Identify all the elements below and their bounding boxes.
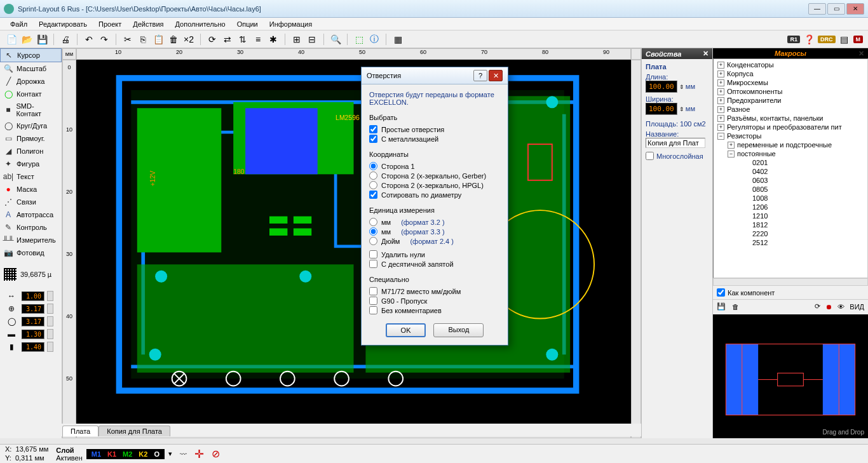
tool-автотрасса[interactable]: AАвтотрасса [0, 208, 62, 221]
info-icon[interactable]: ⓘ [368, 33, 381, 46]
tree-node[interactable]: 0805 [715, 185, 866, 194]
tree-node[interactable]: +Конденсаторы [715, 60, 866, 69]
ok-button[interactable]: OK [386, 323, 426, 337]
macro-preview[interactable]: Drag and Drop [713, 314, 868, 438]
multilayer-checkbox[interactable]: Многослойная [646, 152, 709, 160]
cb-simple-holes[interactable]: Простые отверстия [369, 125, 500, 133]
align-icon[interactable]: ≡ [252, 33, 264, 46]
layer-badge[interactable]: K2 [137, 450, 149, 458]
param-row[interactable]: ◯3.17 [0, 315, 62, 328]
menu-info[interactable]: Информация [264, 19, 317, 29]
print-icon[interactable]: 🖨 [59, 33, 72, 46]
layer-badge[interactable]: O [153, 450, 161, 458]
copy-icon[interactable]: ⎘ [137, 33, 149, 46]
tree-node[interactable]: −Резисторы [715, 131, 866, 140]
tool-текст[interactable]: ab|Текст [0, 170, 62, 183]
layer-badge[interactable]: M1 [90, 450, 102, 458]
tool-дорожка[interactable]: ╱Дорожка [0, 75, 62, 88]
grid-setting[interactable]: 39,6875 µ [0, 265, 62, 283]
scrollbar-vertical[interactable] [631, 60, 641, 428]
radio-side1[interactable]: Сторона 1 [369, 162, 500, 170]
tree-node[interactable]: +Микросхемы [715, 78, 866, 87]
tab-board[interactable]: Плата [62, 426, 98, 436]
tool-курсор[interactable]: ↖Курсор [0, 48, 62, 62]
tool-фотовид[interactable]: 📷Фотовид [0, 246, 62, 259]
macro-delete-icon[interactable]: 🗑 [732, 303, 739, 311]
menu-options[interactable]: Опции [232, 19, 263, 29]
layer-selector[interactable]: M1K1M2K2O [86, 449, 165, 459]
tool-контакт[interactable]: ◯Контакт [0, 88, 62, 100]
tool-контроль[interactable]: ✎Контроль [0, 221, 62, 234]
tree-node[interactable]: 0603 [715, 176, 866, 185]
expand-icon[interactable]: + [717, 88, 724, 95]
cb-m71-72[interactable]: M71/72 вместо мм/дюйм [369, 287, 500, 295]
macro-view-icon[interactable]: 👁 [837, 303, 844, 311]
expand-icon[interactable]: + [717, 124, 724, 131]
expand-icon[interactable]: + [717, 79, 724, 86]
tool-масштаб[interactable]: 🔍Масштаб [0, 62, 62, 75]
group-icon[interactable]: ⊞ [290, 33, 303, 46]
tree-node[interactable]: 1206 [715, 203, 866, 211]
spin-buttons[interactable] [47, 316, 53, 326]
tree-node[interactable]: +Регуляторы и преобразователи пит [715, 123, 866, 131]
m-badge[interactable]: M [853, 36, 864, 43]
open-icon[interactable]: 📂 [20, 33, 33, 46]
tool-фигура[interactable]: ✦Фигура [0, 158, 62, 170]
board-name-input[interactable]: Копия для Плат [646, 138, 705, 148]
cb-sort-diameter[interactable]: Сотировать по диаметру [369, 191, 500, 199]
tree-node[interactable]: 1210 [715, 211, 866, 220]
tool-прямоуг.[interactable]: ▭Прямоуг. [0, 132, 62, 145]
expand-icon[interactable]: − [717, 133, 724, 140]
transparent-icon[interactable]: ⬚ [353, 33, 365, 46]
tree-node[interactable]: 0201 [715, 158, 866, 167]
status-cross-icon[interactable]: ⊘ [212, 448, 220, 460]
exit-button[interactable]: Выход [433, 323, 484, 337]
board-height[interactable]: 100.00 [646, 103, 677, 115]
mirror-v-icon[interactable]: ⇅ [236, 33, 249, 46]
macros-tree[interactable]: +Конденсаторы+Корпуса+Микросхемы+Оптоком… [713, 58, 868, 278]
layer-dropdown-icon[interactable]: ▾ [168, 450, 172, 458]
radio-inch-24[interactable]: Дюйм(формат 2.4 ) [369, 237, 500, 245]
pcb-canvas[interactable]: +12V 180 LM2596 [76, 60, 631, 428]
tree-node[interactable]: 2512 [715, 238, 866, 247]
save-icon[interactable]: 💾 [36, 33, 48, 46]
minimize-button[interactable]: — [808, 3, 826, 15]
menu-actions[interactable]: Действия [128, 19, 168, 29]
radio-side2-gerber[interactable]: Сторона 2 (x-зеркально, Gerber) [369, 171, 500, 180]
status-target-icon[interactable]: ✛ [194, 447, 204, 461]
delete-icon[interactable]: 🗑 [167, 33, 180, 46]
tool-полигон[interactable]: ◢Полигон [0, 145, 62, 158]
tree-node[interactable]: +Предохранители [715, 96, 866, 105]
duplicate-icon[interactable]: ×2 [182, 33, 195, 46]
menu-edit[interactable]: Редактировать [34, 19, 92, 29]
zoom-icon[interactable]: 🔍 [329, 33, 342, 46]
param-row[interactable]: ⊕3.17 [0, 302, 62, 315]
radio-mm-32[interactable]: мм(формат 3.2 ) [369, 218, 500, 226]
spin-buttons[interactable] [47, 291, 53, 301]
rotate-icon[interactable]: ⟳ [206, 33, 219, 46]
macro-save-icon[interactable]: 💾 [717, 302, 726, 311]
drc-badge[interactable]: DRC [818, 36, 836, 43]
pattern-icon[interactable]: ▦ [391, 33, 404, 46]
redo-icon[interactable]: ↷ [98, 33, 111, 46]
as-component-checkbox[interactable]: Как компонент [713, 286, 868, 299]
macro-record-icon[interactable]: ⏺ [825, 303, 832, 311]
macro-refresh-icon[interactable]: ⟳ [815, 302, 820, 311]
close-button[interactable]: ✕ [846, 3, 864, 15]
tab-copy[interactable]: Копия для Плата [98, 426, 170, 436]
cb-decimal-comma[interactable]: С десятичной запятой [369, 260, 500, 268]
dialog-help-button[interactable]: ? [473, 70, 487, 81]
menu-file[interactable]: Файл [5, 19, 32, 29]
r1-badge[interactable]: R1 [787, 36, 800, 43]
expand-icon[interactable]: + [717, 115, 724, 122]
expand-icon[interactable]: + [717, 97, 724, 104]
mirror-h-icon[interactable]: ⇄ [221, 33, 234, 46]
tool-smd-контакт[interactable]: ■SMD-Контакт [0, 100, 62, 119]
help-icon[interactable]: ❓ [803, 33, 815, 46]
tree-node[interactable]: +Оптокомпоненты [715, 87, 866, 96]
tree-node[interactable]: 1008 [715, 194, 866, 203]
layer-badge[interactable]: M2 [121, 450, 133, 458]
tree-node[interactable]: 2220 [715, 229, 866, 238]
menu-project[interactable]: Проект [93, 19, 126, 29]
tree-node[interactable]: +переменные и подстроечные [715, 140, 866, 149]
